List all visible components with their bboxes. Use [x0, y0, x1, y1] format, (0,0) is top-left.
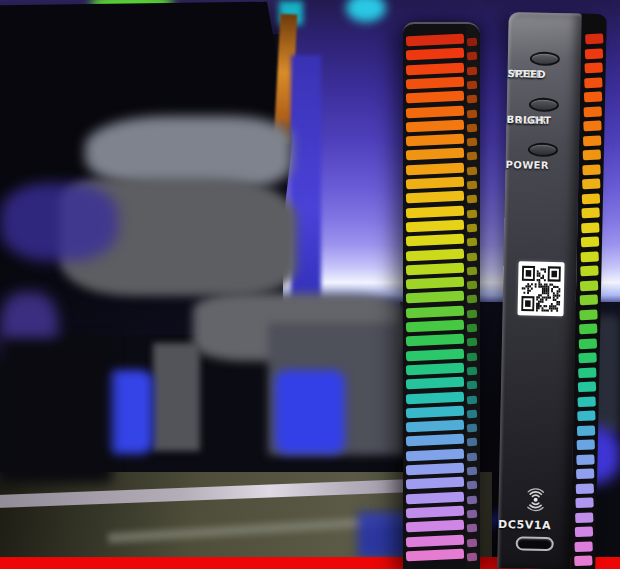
led-segment [406, 534, 464, 547]
led-segment [406, 105, 464, 118]
led-segment-side [467, 238, 478, 247]
led-segment [406, 363, 464, 376]
power-spec-value: DC5V1A [498, 519, 551, 532]
edge-led-segment [585, 48, 603, 59]
edge-led-segment [575, 512, 593, 523]
bright-label-line: BRIGHT [506, 114, 551, 127]
led-segment [406, 119, 464, 132]
led-segment [406, 191, 464, 204]
control-panel-face: MODE SPEED COLOR BRIGHT POWER [497, 12, 582, 569]
speed-label-line: SPEED [507, 68, 546, 81]
led-segment-side [467, 367, 478, 376]
led-segment-side [467, 495, 478, 504]
edge-led-segment [585, 33, 603, 44]
led-segment-side [467, 452, 478, 461]
led-segment-side [467, 481, 478, 490]
background-shadow [0, 338, 112, 483]
led-segment [406, 177, 464, 190]
edge-led-segment [584, 91, 602, 102]
led-segment-side [467, 52, 478, 61]
edge-led-segment [579, 309, 597, 320]
led-segment [406, 148, 464, 161]
edge-led-segment [581, 207, 599, 218]
edge-led-segment [576, 468, 594, 479]
led-segment [406, 520, 464, 533]
led-segment-side [467, 209, 478, 218]
edge-led-segment [577, 439, 595, 450]
led-segment-side [467, 123, 478, 132]
led-segment-side [467, 352, 478, 361]
led-segment [406, 477, 464, 490]
led-segment-side [467, 38, 478, 47]
edge-led-segment [578, 381, 596, 392]
led-segment-side [467, 166, 478, 175]
power-label-line: POWER [506, 159, 550, 172]
edge-led-segment [576, 483, 594, 494]
edge-led-segment [583, 120, 601, 131]
led-segment [406, 305, 464, 318]
led-segment-side [467, 324, 478, 333]
led-segment [406, 463, 464, 476]
led-segment [406, 134, 464, 147]
edge-led-segment [580, 251, 598, 262]
led-segment-side [467, 138, 478, 147]
edge-led-segment [574, 541, 592, 552]
edge-led-segment [578, 352, 596, 363]
edge-led-segment [577, 410, 595, 421]
mode-speed-button [529, 52, 559, 67]
led-segment-side [467, 309, 478, 318]
led-segment-side [467, 438, 478, 447]
rgb-light-bar-front [403, 22, 480, 569]
sound-pickup-icon [520, 482, 551, 517]
led-segment-side [467, 381, 478, 390]
led-segment-side [467, 109, 478, 118]
led-segment-side [467, 409, 478, 418]
edge-led-segment [581, 236, 599, 247]
led-segment [406, 506, 464, 519]
led-segment-side [467, 467, 478, 476]
led-segment-side [467, 81, 478, 90]
led-segment-side [467, 266, 478, 275]
edge-led-segment [582, 164, 600, 175]
edge-led-segment [584, 77, 602, 88]
led-segment-side [467, 281, 478, 290]
edge-led-segment [584, 106, 602, 117]
edge-led-segment [575, 526, 593, 537]
rgb-light-bar-back: MODE SPEED COLOR BRIGHT POWER [497, 12, 604, 569]
led-segment [406, 162, 464, 175]
power-label: POWER [506, 159, 579, 161]
edge-led-segment [577, 425, 595, 436]
edge-led-segment [582, 193, 600, 204]
led-segment-side [467, 66, 478, 75]
edge-led-segment [580, 280, 598, 291]
led-segment [406, 334, 464, 347]
led-segment-side [467, 524, 478, 533]
led-segment-side [467, 152, 478, 161]
desk-blue-reflection [358, 512, 408, 558]
led-segment [406, 320, 464, 333]
led-segment [406, 291, 464, 304]
edge-led-segment [584, 62, 602, 73]
led-segment [406, 48, 464, 61]
led-segment [406, 348, 464, 361]
led-segment [406, 205, 464, 218]
edge-led-segment [575, 497, 593, 508]
power-button [527, 142, 557, 157]
led-segment-side [467, 195, 478, 204]
led-segment-side [467, 252, 478, 261]
led-segment-side [467, 510, 478, 519]
edge-led-segment [578, 367, 596, 378]
usb-c-port [515, 536, 553, 551]
background-blue-reflection [275, 370, 345, 454]
led-segment-side [467, 295, 478, 304]
edge-led-segment [581, 222, 599, 233]
led-segment [406, 77, 464, 90]
led-segment [406, 248, 464, 261]
led-segment [406, 262, 464, 275]
edge-led-segment [580, 294, 598, 305]
led-segment-side [467, 181, 478, 190]
edge-led-segment [583, 149, 601, 160]
led-segment-side [467, 424, 478, 433]
edge-led-segment [580, 265, 598, 276]
led-segment [406, 34, 464, 47]
